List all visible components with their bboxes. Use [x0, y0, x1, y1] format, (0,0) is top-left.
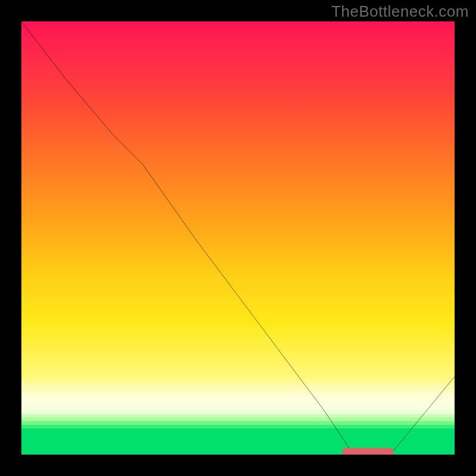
plot-background [21, 21, 455, 455]
chart-frame: TheBottleneck.com [0, 0, 476, 476]
curve-svg [21, 21, 455, 455]
watermark-text: TheBottleneck.com [331, 2, 469, 21]
bottleneck-curve [21, 21, 455, 452]
plot-area [18, 18, 458, 458]
optimal-marker [342, 448, 394, 455]
